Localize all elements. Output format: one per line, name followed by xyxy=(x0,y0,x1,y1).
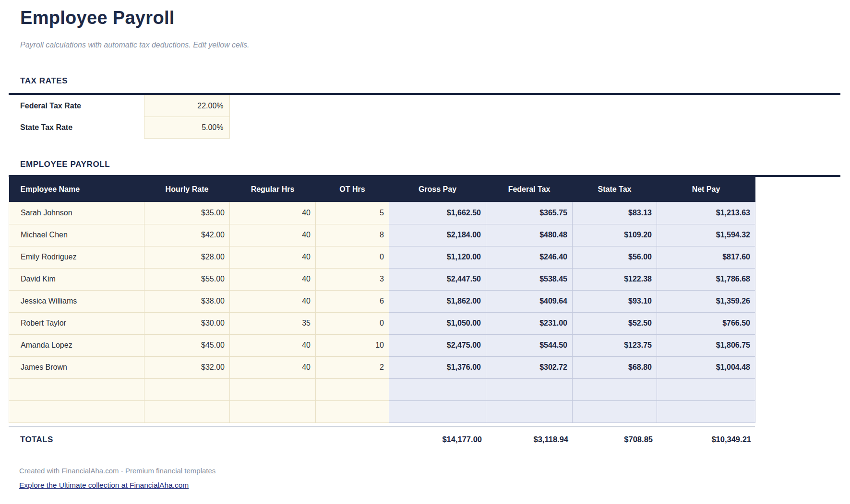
cell-name[interactable]: Jessica Williams xyxy=(9,290,144,312)
column-header-regular-hrs: Regular Hrs xyxy=(230,177,316,202)
totals-state-tax: $708.85 xyxy=(572,430,657,449)
totals-label: TOTALS xyxy=(9,430,144,449)
cell-hourly-rate[interactable]: $35.00 xyxy=(144,202,230,224)
cell-ot-hrs[interactable]: 5 xyxy=(316,202,389,224)
cell-hourly-rate[interactable] xyxy=(144,400,230,422)
cell-gross-pay: $1,120.00 xyxy=(389,246,486,268)
column-header-gross-pay: Gross Pay xyxy=(389,177,486,202)
cell-gross-pay: $2,184.00 xyxy=(389,224,486,246)
tax-rate-label: Federal Tax Rate xyxy=(9,95,144,117)
cell-hourly-rate[interactable]: $38.00 xyxy=(144,290,230,312)
cell-regular-hrs[interactable]: 40 xyxy=(230,290,316,312)
cell-gross-pay: $1,050.00 xyxy=(389,312,486,334)
cell-hourly-rate[interactable]: $28.00 xyxy=(144,246,230,268)
cell-state-tax: $109.20 xyxy=(573,224,657,246)
cell-net-pay: $1,594.32 xyxy=(657,224,755,246)
cell-state-tax: $122.38 xyxy=(573,268,657,290)
cell-hourly-rate[interactable]: $30.00 xyxy=(144,312,230,334)
cell-regular-hrs[interactable]: 40 xyxy=(230,246,316,268)
payroll-document: Employee Payroll Payroll calculations wi… xyxy=(0,0,850,504)
cell-hourly-rate[interactable]: $45.00 xyxy=(144,334,230,356)
cell-hourly-rate[interactable]: $55.00 xyxy=(144,268,230,290)
cell-gross-pay xyxy=(389,400,486,422)
cell-name[interactable]: Amanda Lopez xyxy=(9,334,144,356)
table-row: James Brown$32.00402$1,376.00$302.72$68.… xyxy=(9,356,755,378)
cell-regular-hrs[interactable]: 40 xyxy=(230,224,316,246)
cell-ot-hrs[interactable]: 0 xyxy=(316,312,389,334)
cell-ot-hrs[interactable] xyxy=(316,400,389,422)
cell-federal-tax xyxy=(486,400,573,422)
payroll-section: Employee NameHourly RateRegular HrsOT Hr… xyxy=(9,175,840,423)
cell-name[interactable]: David Kim xyxy=(9,268,144,290)
cell-name[interactable] xyxy=(9,400,144,422)
cell-gross-pay: $2,475.00 xyxy=(389,334,486,356)
empty-table-row xyxy=(9,400,755,422)
footer-link[interactable]: Explore the Ultimate collection at Finan… xyxy=(19,481,189,490)
tax-rate-input-cell[interactable]: 5.00% xyxy=(144,117,229,139)
cell-federal-tax: $302.72 xyxy=(486,356,573,378)
page-title: Employee Payroll xyxy=(20,7,840,29)
totals-net-pay: $10,349.21 xyxy=(657,430,755,449)
cell-ot-hrs[interactable]: 2 xyxy=(316,356,389,378)
cell-regular-hrs[interactable]: 40 xyxy=(230,268,316,290)
cell-federal-tax: $365.75 xyxy=(486,202,573,224)
tax-rates-section: Federal Tax Rate22.00%State Tax Rate5.00… xyxy=(9,93,840,139)
cell-name[interactable]: Michael Chen xyxy=(9,224,144,246)
cell-name[interactable]: James Brown xyxy=(9,356,144,378)
cell-name[interactable]: Sarah Johnson xyxy=(9,202,144,224)
column-header-ot-hrs: OT Hrs xyxy=(316,177,389,202)
cell-ot-hrs[interactable]: 10 xyxy=(316,334,389,356)
cell-net-pay xyxy=(657,378,755,400)
footer-credit: Created with FinancialAha.com - Premium … xyxy=(19,467,840,475)
cell-federal-tax: $538.45 xyxy=(486,268,573,290)
payroll-table: Employee NameHourly RateRegular HrsOT Hr… xyxy=(9,177,755,423)
cell-ot-hrs[interactable]: 0 xyxy=(316,246,389,268)
cell-federal-tax: $480.48 xyxy=(486,224,573,246)
totals-federal-tax: $3,118.94 xyxy=(486,430,572,449)
cell-state-tax xyxy=(573,400,657,422)
cell-net-pay: $1,004.48 xyxy=(657,356,755,378)
cell-name[interactable]: Robert Taylor xyxy=(9,312,144,334)
table-row: Amanda Lopez$45.004010$2,475.00$544.50$1… xyxy=(9,334,755,356)
table-row: Sarah Johnson$35.00405$1,662.50$365.75$8… xyxy=(9,202,755,224)
totals-spacer xyxy=(144,430,229,449)
cell-federal-tax xyxy=(486,378,573,400)
cell-regular-hrs[interactable]: 35 xyxy=(230,312,316,334)
cell-hourly-rate[interactable]: $42.00 xyxy=(144,224,230,246)
cell-state-tax: $56.00 xyxy=(573,246,657,268)
cell-net-pay: $766.50 xyxy=(657,312,755,334)
cell-state-tax xyxy=(573,378,657,400)
cell-hourly-rate[interactable] xyxy=(144,378,230,400)
cell-federal-tax: $231.00 xyxy=(486,312,573,334)
cell-regular-hrs[interactable]: 40 xyxy=(230,356,316,378)
table-row: Robert Taylor$30.00350$1,050.00$231.00$5… xyxy=(9,312,755,334)
table-row: David Kim$55.00403$2,447.50$538.45$122.3… xyxy=(9,268,755,290)
page-subtitle: Payroll calculations with automatic tax … xyxy=(20,40,840,50)
cell-ot-hrs[interactable] xyxy=(316,378,389,400)
cell-state-tax: $83.13 xyxy=(573,202,657,224)
cell-name[interactable]: Emily Rodriguez xyxy=(9,246,144,268)
cell-gross-pay: $1,662.50 xyxy=(389,202,486,224)
cell-ot-hrs[interactable]: 6 xyxy=(316,290,389,312)
cell-name[interactable] xyxy=(9,378,144,400)
cell-regular-hrs[interactable] xyxy=(230,400,316,422)
cell-hourly-rate[interactable]: $32.00 xyxy=(144,356,230,378)
table-row: Emily Rodriguez$28.00400$1,120.00$246.40… xyxy=(9,246,755,268)
totals-row: TOTALS $14,177.00 $3,118.94 $708.85 $10,… xyxy=(9,430,755,449)
tax-rate-row: State Tax Rate5.00% xyxy=(9,117,229,139)
cell-regular-hrs[interactable]: 40 xyxy=(230,334,316,356)
cell-regular-hrs[interactable]: 40 xyxy=(230,202,316,224)
cell-ot-hrs[interactable]: 8 xyxy=(316,224,389,246)
column-header-state-tax: State Tax xyxy=(573,177,657,202)
totals-gross-pay: $14,177.00 xyxy=(389,430,486,449)
tax-rate-input-cell[interactable]: 22.00% xyxy=(144,95,229,117)
cell-federal-tax: $544.50 xyxy=(486,334,573,356)
totals-spacer xyxy=(229,430,315,449)
cell-net-pay: $1,806.75 xyxy=(657,334,755,356)
cell-state-tax: $68.80 xyxy=(573,356,657,378)
employee-payroll-heading: EMPLOYEE PAYROLL xyxy=(20,160,840,169)
cell-ot-hrs[interactable]: 3 xyxy=(316,268,389,290)
tax-rates-table: Federal Tax Rate22.00%State Tax Rate5.00… xyxy=(9,95,230,139)
column-header-employee-name: Employee Name xyxy=(9,177,144,202)
cell-regular-hrs[interactable] xyxy=(230,378,316,400)
